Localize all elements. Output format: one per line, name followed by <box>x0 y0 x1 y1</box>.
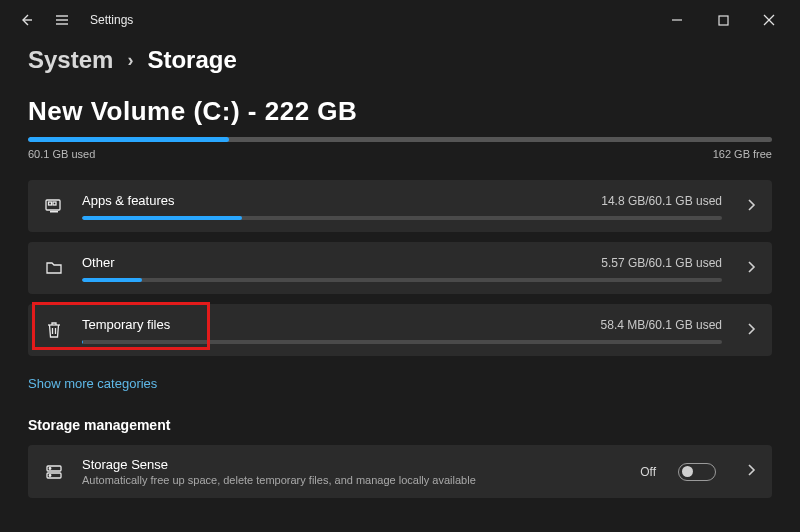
category-name: Temporary files <box>82 317 170 332</box>
breadcrumb-parent[interactable]: System <box>28 46 113 74</box>
category-name: Other <box>82 255 115 270</box>
category-bar <box>82 216 722 220</box>
svg-rect-4 <box>53 202 56 205</box>
category-body: Other 5.57 GB/60.1 GB used <box>82 255 722 282</box>
category-bar-fill <box>82 340 83 344</box>
storage-sense-description: Automatically free up space, delete temp… <box>82 474 626 486</box>
category-body: Temporary files 58.4 MB/60.1 GB used <box>82 317 722 344</box>
toggle-knob <box>682 466 693 477</box>
volume-title: New Volume (C:) - 222 GB <box>28 96 772 127</box>
chevron-right-icon <box>746 198 756 215</box>
title-bar: Settings <box>0 0 800 40</box>
storage-sense-body: Storage Sense Automatically free up spac… <box>82 457 626 486</box>
storage-management-heading: Storage management <box>28 417 772 433</box>
storage-sense-title: Storage Sense <box>82 457 626 472</box>
breadcrumb-current: Storage <box>147 46 236 74</box>
category-list: Apps & features 14.8 GB/60.1 GB used Oth… <box>28 180 772 356</box>
content-area: System › Storage New Volume (C:) - 222 G… <box>0 40 800 498</box>
category-bar-fill <box>82 278 142 282</box>
folder-icon <box>40 254 68 282</box>
svg-point-8 <box>49 474 51 476</box>
svg-rect-2 <box>50 211 58 213</box>
category-other[interactable]: Other 5.57 GB/60.1 GB used <box>28 242 772 294</box>
volume-usage-labels: 60.1 GB used 162 GB free <box>28 148 772 160</box>
svg-point-7 <box>49 467 51 469</box>
category-used-label: 58.4 MB/60.1 GB used <box>601 318 722 332</box>
storage-sense-toggle[interactable] <box>678 463 716 481</box>
breadcrumb: System › Storage <box>28 46 772 74</box>
minimize-button[interactable] <box>654 4 700 36</box>
show-more-categories-link[interactable]: Show more categories <box>28 376 157 391</box>
maximize-button[interactable] <box>700 4 746 36</box>
maximize-icon <box>718 15 729 26</box>
volume-used-label: 60.1 GB used <box>28 148 95 160</box>
nav-menu-button[interactable] <box>44 2 80 38</box>
chevron-right-icon <box>746 260 756 277</box>
chevron-right-icon <box>746 322 756 339</box>
category-used-label: 5.57 GB/60.1 GB used <box>601 256 722 270</box>
category-temporary-files[interactable]: Temporary files 58.4 MB/60.1 GB used <box>28 304 772 356</box>
category-bar-fill <box>82 216 242 220</box>
chevron-right-icon <box>746 463 756 480</box>
close-icon <box>763 14 775 26</box>
category-body: Apps & features 14.8 GB/60.1 GB used <box>82 193 722 220</box>
category-apps-features[interactable]: Apps & features 14.8 GB/60.1 GB used <box>28 180 772 232</box>
hamburger-icon <box>54 12 70 28</box>
category-bar <box>82 340 722 344</box>
category-used-label: 14.8 GB/60.1 GB used <box>601 194 722 208</box>
volume-usage-bar <box>28 137 772 142</box>
svg-rect-0 <box>719 16 728 25</box>
arrow-left-icon <box>18 12 34 28</box>
apps-icon <box>40 192 68 220</box>
svg-rect-3 <box>49 202 52 205</box>
storage-sense-row[interactable]: Storage Sense Automatically free up spac… <box>28 445 772 498</box>
storage-sense-toggle-label: Off <box>640 465 656 479</box>
back-button[interactable] <box>8 2 44 38</box>
volume-free-label: 162 GB free <box>713 148 772 160</box>
window-title: Settings <box>90 13 133 27</box>
category-bar <box>82 278 722 282</box>
minimize-icon <box>671 14 683 26</box>
drive-icon <box>40 458 68 486</box>
close-button[interactable] <box>746 4 792 36</box>
trash-icon <box>40 316 68 344</box>
volume-usage-bar-fill <box>28 137 229 142</box>
category-name: Apps & features <box>82 193 175 208</box>
chevron-right-icon: › <box>127 50 133 71</box>
